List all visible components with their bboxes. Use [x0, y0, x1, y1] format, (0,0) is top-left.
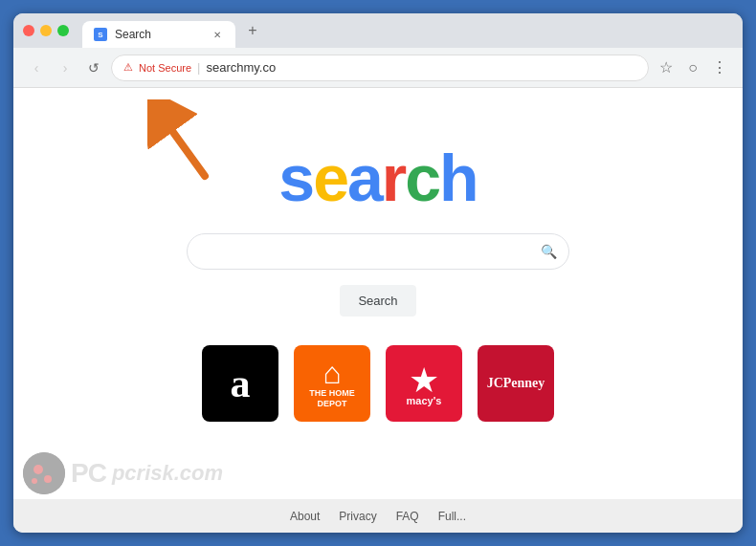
security-warning-arrow — [147, 99, 233, 189]
page-content: search 🔍 Search a ⌂ THE HOMEDEPOT — [13, 88, 743, 533]
browser-window: S Search ✕ + ‹ › ↺ ⚠ Not Secure | search… — [13, 13, 743, 533]
amazon-logo[interactable]: a — [202, 345, 278, 422]
forward-button[interactable]: › — [54, 56, 77, 79]
close-button[interactable] — [23, 25, 34, 36]
search-logo: search — [278, 145, 477, 210]
toolbar-icons: ☆ ○ ⋮ — [655, 56, 731, 79]
security-icon: ⚠ — [123, 61, 133, 74]
logo-r: r — [382, 142, 405, 214]
address-url: searchmy.co — [206, 60, 276, 75]
minimize-button[interactable] — [40, 25, 52, 36]
tab-area: S Search ✕ + — [82, 13, 733, 48]
user-button[interactable]: ○ — [681, 56, 704, 79]
footer-about[interactable]: About — [290, 510, 320, 523]
page-footer: About Privacy FAQ Full... — [13, 499, 743, 533]
search-box[interactable]: 🔍 — [187, 233, 569, 270]
menu-button[interactable]: ⋮ — [708, 56, 731, 79]
sponsor-logos: a ⌂ THE HOMEDEPOT ★ macy's JCPenney — [202, 345, 554, 422]
address-divider: | — [197, 60, 200, 75]
tab-title: Search — [115, 28, 203, 41]
active-tab[interactable]: S Search ✕ — [82, 21, 235, 48]
search-input[interactable] — [199, 244, 541, 259]
macys-logo[interactable]: ★ macy's — [386, 345, 462, 422]
logo-e: e — [313, 142, 347, 214]
bookmark-button[interactable]: ☆ — [655, 56, 678, 79]
svg-point-2 — [23, 452, 65, 494]
amazon-icon: a — [231, 360, 251, 406]
footer-privacy[interactable]: Privacy — [339, 510, 376, 523]
home-depot-text: THE HOMEDEPOT — [309, 388, 355, 409]
pcrisk-logo — [23, 452, 65, 494]
maximize-button[interactable] — [57, 25, 69, 36]
jcpenney-logo[interactable]: JCPenney — [478, 345, 554, 422]
home-depot-icon: ⌂ — [322, 358, 341, 388]
jcpenney-text: JCPenney — [487, 376, 545, 391]
search-icon-button[interactable]: 🔍 — [541, 244, 557, 259]
logo-c: c — [405, 142, 439, 214]
address-bar: ‹ › ↺ ⚠ Not Secure | searchmy.co ☆ ○ ⋮ — [13, 48, 743, 88]
pcrisk-text: PC — [71, 458, 106, 489]
logo-h: h — [439, 142, 478, 214]
macys-text: macy's — [407, 395, 442, 406]
pcrisk-watermark: PC pcrisk.com — [23, 452, 223, 494]
search-button[interactable]: Search — [340, 285, 415, 317]
new-tab-button[interactable]: + — [239, 17, 266, 44]
footer-full[interactable]: Full... — [438, 510, 466, 523]
tab-close-button[interactable]: ✕ — [211, 28, 224, 41]
logo-s: s — [278, 142, 313, 214]
pcrisk-domain: pcrisk.com — [112, 461, 223, 486]
footer-faq[interactable]: FAQ — [396, 510, 419, 523]
title-bar: S Search ✕ + — [13, 13, 743, 48]
refresh-button[interactable]: ↺ — [82, 56, 105, 79]
svg-line-1 — [155, 107, 205, 176]
svg-point-3 — [33, 465, 43, 474]
logo-a: a — [347, 142, 382, 214]
traffic-lights — [23, 25, 69, 36]
home-depot-logo[interactable]: ⌂ THE HOMEDEPOT — [294, 345, 370, 422]
svg-point-4 — [44, 475, 52, 483]
not-secure-label: Not Secure — [139, 62, 191, 74]
svg-point-5 — [32, 478, 37, 484]
address-field[interactable]: ⚠ Not Secure | searchmy.co — [111, 55, 649, 81]
back-button[interactable]: ‹ — [25, 56, 48, 79]
tab-favicon: S — [94, 28, 107, 41]
